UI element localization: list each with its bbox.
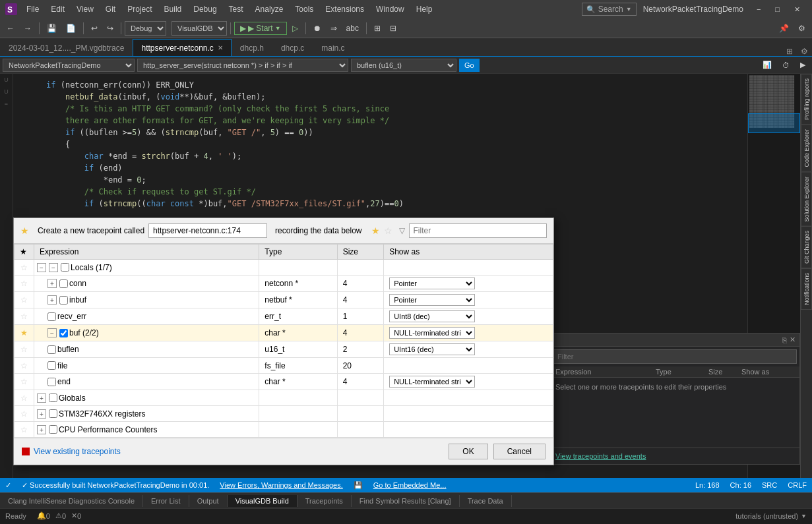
check-globals[interactable] bbox=[49, 393, 57, 402]
platform-select[interactable]: VisualGDB bbox=[172, 21, 227, 36]
bottom-tab-clang[interactable]: Clang IntelliSense Diagnostics Console bbox=[0, 495, 143, 507]
layout-btn2[interactable]: ⊟ bbox=[386, 22, 400, 34]
show-as-conn[interactable]: Pointer bbox=[389, 277, 475, 289]
tab-dhcp-h[interactable]: dhcp.h bbox=[232, 39, 272, 56]
check-stm32[interactable] bbox=[49, 409, 57, 418]
symbol-select[interactable]: buflen (u16_t) bbox=[351, 59, 456, 72]
cell-expression[interactable]: − − Locals (1/7) bbox=[34, 260, 259, 276]
menu-edit[interactable]: Edit bbox=[46, 3, 70, 16]
maximize-button[interactable]: □ bbox=[768, 4, 786, 15]
rtp-link[interactable]: View tracepoints and events bbox=[555, 452, 646, 460]
view-errors-link[interactable]: View Errors, Warnings and Messages. bbox=[220, 481, 342, 489]
spell-check-button[interactable]: abc bbox=[342, 22, 363, 34]
check-buflen[interactable] bbox=[47, 345, 56, 354]
check-buf[interactable] bbox=[59, 329, 68, 337]
bottom-tab-output[interactable]: Output bbox=[189, 495, 228, 507]
menu-debug[interactable]: Debug bbox=[188, 3, 222, 16]
tab-vgdbtrace[interactable]: 2024-03-01_12...._PM.vgdbtrace bbox=[0, 39, 133, 56]
expand-stm32[interactable]: + bbox=[37, 409, 46, 419]
menu-git[interactable]: Git bbox=[100, 3, 121, 16]
check-recv-err[interactable] bbox=[47, 312, 56, 321]
step-over-button[interactable]: ⇒ bbox=[327, 22, 341, 34]
view-tracepoints-link[interactable]: View existing tracepoints bbox=[22, 447, 121, 456]
cancel-button[interactable]: Cancel bbox=[493, 444, 546, 459]
tab-settings[interactable]: ⚙ bbox=[797, 47, 812, 56]
tab-dhcp-c[interactable]: dhcp.c bbox=[272, 39, 313, 56]
show-as-inbuf[interactable]: Pointer bbox=[389, 294, 475, 306]
cell-show-as[interactable]: NULL-terminated stri bbox=[384, 374, 553, 390]
profiling-icon1[interactable]: 📊 bbox=[759, 59, 776, 71]
check-file[interactable] bbox=[47, 361, 56, 370]
check-conn[interactable] bbox=[59, 279, 68, 288]
bottom-tab-visualgdb[interactable]: VisualGDB Build bbox=[228, 495, 297, 507]
bottom-tab-trace-data[interactable]: Trace Data bbox=[460, 495, 512, 507]
profiling-icon2[interactable]: ⏱ bbox=[778, 60, 794, 71]
cell-expression[interactable]: − buf (2/2) bbox=[34, 325, 259, 341]
bottom-tab-tracepoints[interactable]: Tracepoints bbox=[297, 495, 352, 507]
side-tab-code-explorer[interactable]: Code Explorer bbox=[801, 125, 812, 172]
search-box[interactable]: 🔍 Search ▼ bbox=[582, 3, 637, 16]
rtp-float-icon[interactable]: ⎘ bbox=[782, 336, 787, 344]
nav-forward-button[interactable]: → bbox=[20, 22, 36, 34]
star-filled-icon[interactable]: ★ bbox=[371, 225, 380, 236]
go-embedded-link[interactable]: Go to Embedded Me... bbox=[373, 481, 447, 489]
expand-conn[interactable]: + bbox=[47, 279, 57, 288]
function-select[interactable]: http_server_serve(struct netconn *) > if… bbox=[137, 59, 348, 72]
check-cpu[interactable] bbox=[49, 425, 57, 434]
rtp-close-icon[interactable]: ✕ bbox=[790, 335, 796, 344]
menu-view[interactable]: View bbox=[71, 3, 99, 16]
redo-button[interactable]: ↪ bbox=[103, 22, 117, 34]
expand-locals[interactable]: − bbox=[37, 263, 46, 272]
menu-tools[interactable]: Tools bbox=[290, 3, 319, 16]
menu-build[interactable]: Build bbox=[159, 3, 187, 16]
expand-inbuf[interactable]: + bbox=[47, 295, 57, 305]
cell-show-as[interactable]: Pointer bbox=[384, 276, 553, 292]
menu-window[interactable]: Window bbox=[371, 3, 410, 16]
cell-expression[interactable]: + CPU Performance Counters bbox=[34, 422, 259, 438]
cell-expression[interactable]: file bbox=[34, 358, 259, 374]
layout-btn1[interactable]: ⊞ bbox=[370, 22, 385, 34]
menu-file[interactable]: File bbox=[21, 3, 44, 16]
tab-httpserver[interactable]: httpserver-netconn.c ✕ bbox=[133, 39, 231, 56]
menu-test[interactable]: Test bbox=[224, 3, 249, 16]
side-tab-solution[interactable]: Solution Explorer bbox=[801, 172, 812, 227]
show-as-buflen[interactable]: UInt16 (dec) bbox=[389, 343, 475, 355]
side-tab-notifications[interactable]: Notifications bbox=[801, 268, 812, 310]
cell-show-as[interactable]: NULL-terminated stri bbox=[384, 325, 553, 341]
cell-show-as[interactable]: Pointer bbox=[384, 292, 553, 308]
cell-expression[interactable]: + inbuf bbox=[34, 292, 259, 308]
expand-cpu[interactable]: + bbox=[37, 425, 46, 434]
show-as-recv-err[interactable]: UInt8 (dec) bbox=[389, 310, 475, 322]
minimize-button[interactable]: − bbox=[750, 4, 767, 15]
cell-expression[interactable]: buflen bbox=[34, 341, 259, 358]
show-as-buf[interactable]: NULL-terminated stri bbox=[389, 327, 475, 339]
debug-mode-select[interactable]: Debug bbox=[125, 21, 166, 36]
go-button[interactable]: Go bbox=[459, 59, 480, 72]
project-select[interactable]: NetworkPacketTracingDemo bbox=[3, 59, 135, 72]
cell-expression[interactable]: + STM32F746XX registers bbox=[34, 406, 259, 422]
undo-button[interactable]: ↩ bbox=[87, 22, 102, 34]
menu-help[interactable]: Help bbox=[411, 3, 438, 16]
ok-button[interactable]: OK bbox=[449, 444, 487, 459]
show-as-end[interactable]: NULL-terminated stri bbox=[389, 376, 475, 388]
start-button[interactable]: ▶ ▶ Start ▼ bbox=[234, 22, 287, 35]
tab-httpserver-close[interactable]: ✕ bbox=[218, 44, 223, 51]
nav-back-button[interactable]: ← bbox=[3, 22, 18, 34]
cell-expression[interactable]: + conn bbox=[34, 276, 259, 292]
save-all-button[interactable]: 📄 bbox=[62, 22, 80, 34]
tab-pin[interactable]: ⊞ bbox=[782, 47, 797, 56]
continue-button[interactable]: ▷ bbox=[288, 22, 302, 34]
settings-button[interactable]: ⚙ bbox=[794, 22, 809, 34]
profiling-icon3[interactable]: ▶ bbox=[796, 59, 809, 71]
rtp-filter-input[interactable] bbox=[553, 349, 797, 364]
star-outline-icon[interactable]: ☆ bbox=[384, 225, 392, 236]
expand-buf[interactable]: − bbox=[47, 328, 57, 337]
cell-expression[interactable]: recv_err bbox=[34, 308, 259, 325]
expand-locals-inner[interactable]: − bbox=[49, 263, 58, 272]
close-button[interactable]: ✕ bbox=[788, 4, 807, 15]
menu-project[interactable]: Project bbox=[122, 3, 157, 16]
menu-extensions[interactable]: Extensions bbox=[320, 3, 369, 16]
side-tab-git[interactable]: Git Changes bbox=[801, 226, 812, 268]
record-button[interactable]: ⏺ bbox=[309, 22, 325, 34]
dialog-location-input[interactable] bbox=[148, 223, 267, 238]
